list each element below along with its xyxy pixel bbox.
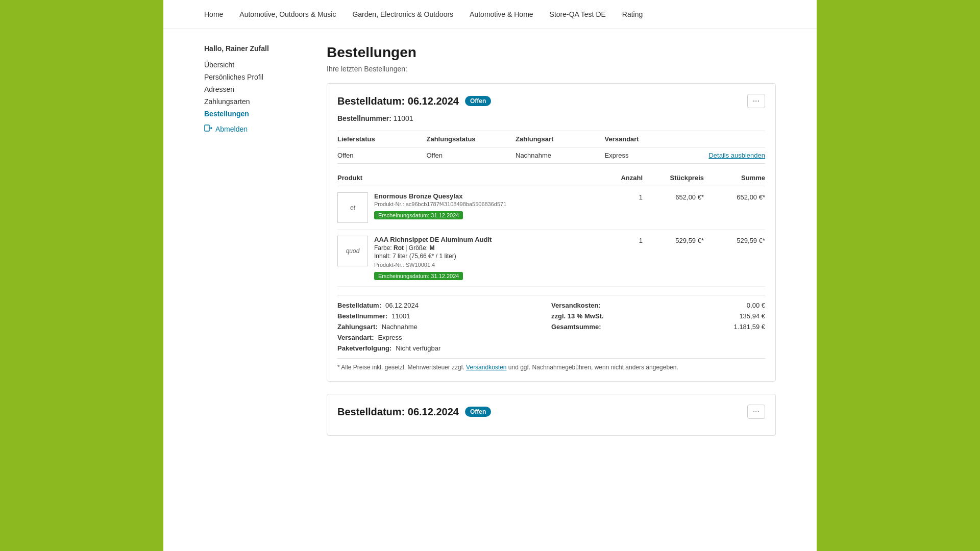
summary-value-paketverfolgung: Nicht verfügbar bbox=[396, 344, 440, 352]
main-content: Bestellungen Ihre letzten Bestellungen: … bbox=[327, 44, 776, 448]
status-table-row: Offen Offen Nachnahme Express Details au… bbox=[337, 147, 765, 164]
product-stueckpreis-2: 529,59 €* bbox=[643, 236, 704, 244]
nav-item-store-qa[interactable]: Store-QA Test DE bbox=[550, 10, 606, 18]
products-section: Produkt Anzahl Stückpreis Summe et Enorm… bbox=[337, 170, 765, 287]
summary-value-bestellnummer: 11001 bbox=[391, 312, 410, 320]
page-subtitle: Ihre letzten Bestellungen: bbox=[327, 65, 776, 73]
order-date-title-2: Bestelldatum: 06.12.2024 bbox=[337, 406, 459, 418]
products-header: Produkt Anzahl Stückpreis Summe bbox=[337, 170, 765, 186]
order-number-row: Bestellnummer: 11001 bbox=[337, 114, 765, 122]
status-zahlungsart: Nachnahme bbox=[516, 152, 605, 159]
summary-bestellnummer: Bestellnummer: 11001 bbox=[337, 312, 551, 320]
product-info-1: et Enormous Bronze Quesylax Produkt-Nr.:… bbox=[337, 192, 602, 223]
product-thumbnail-2: quod bbox=[337, 236, 368, 266]
versandkosten-link[interactable]: Versandkosten bbox=[466, 364, 506, 371]
sidebar: Hallo, Rainer Zufall Übersicht Persönlic… bbox=[204, 44, 306, 448]
order-options-button-2[interactable]: ··· bbox=[747, 405, 765, 419]
details-hide-button[interactable]: Details ausblenden bbox=[708, 152, 765, 159]
summary-bestelldatum: Bestelldatum: 06.12.2024 bbox=[337, 302, 551, 309]
order-number-label: Bestellnummer: bbox=[337, 114, 391, 122]
status-zahlungsstatus: Offen bbox=[427, 152, 516, 159]
order-header-left-2: Bestelldatum: 06.12.2024 Offen bbox=[337, 406, 491, 418]
product-name-1: Enormous Bronze Quesylax bbox=[374, 192, 602, 200]
col-header-anzahl: Anzahl bbox=[602, 174, 643, 182]
status-versandart: Express bbox=[605, 152, 694, 159]
summary-label-gesamtsumme: Gesamtsumme: bbox=[551, 323, 601, 331]
summary-gesamtsumme: Gesamtsumme: 1.181,59 € bbox=[551, 323, 765, 331]
nav-item-automotive-home[interactable]: Automotive & Home bbox=[470, 10, 533, 18]
product-anzahl-2: 1 bbox=[602, 236, 643, 244]
order-summary: Bestelldatum: 06.12.2024 Bestellnummer: … bbox=[337, 295, 765, 352]
order-status-badge: Offen bbox=[465, 96, 491, 106]
nav-item-rating[interactable]: Rating bbox=[622, 10, 643, 18]
order-card-1: Bestelldatum: 06.12.2024 Offen ··· Beste… bbox=[327, 83, 776, 382]
product-nr-1: Produkt-Nr.: ac96bcb1787f43108498ba55068… bbox=[374, 201, 602, 207]
summary-paketverfolgung: Paketverfolgung: Nicht verfügbar bbox=[337, 344, 551, 352]
order-header-1: Bestelldatum: 06.12.2024 Offen ··· bbox=[337, 94, 765, 108]
product-anzahl-1: 1 bbox=[602, 192, 643, 201]
logout-section[interactable]: Abmelden bbox=[204, 124, 306, 134]
summary-versandkosten: Versandkosten: 0,00 € bbox=[551, 302, 765, 309]
summary-value-zahlungsart: Nachnahme bbox=[382, 323, 418, 331]
summary-zahlungsart: Zahlungsart: Nachnahme bbox=[337, 323, 551, 331]
summary-label-bestellnummer: Bestellnummer: bbox=[337, 312, 387, 320]
product-details-2: AAA Richnsippet DE Aluminum Audit Farbe:… bbox=[374, 236, 602, 280]
sidebar-item-zahlungsarten[interactable]: Zahlungsarten bbox=[204, 97, 306, 106]
summary-value-bestelldatum: 06.12.2024 bbox=[385, 302, 419, 309]
sidebar-item-profil[interactable]: Persönliches Profil bbox=[204, 73, 306, 81]
order-date-title: Bestelldatum: 06.12.2024 bbox=[337, 95, 459, 107]
sidebar-item-bestellungen[interactable]: Bestellungen bbox=[204, 110, 306, 118]
summary-value-gesamtsumme: 1.181,59 € bbox=[734, 323, 765, 331]
order-header-2: Bestelldatum: 06.12.2024 Offen ··· bbox=[337, 405, 765, 419]
logout-icon bbox=[204, 124, 212, 134]
product-date-badge-2: Erscheinungsdatum: 31.12.2024 bbox=[374, 272, 463, 280]
status-lieferstatus: Offen bbox=[337, 152, 427, 159]
product-inhalt-2: Inhalt: 7 liter (75,66 €* / 1 liter) bbox=[374, 253, 602, 260]
order-status-table: Lieferstatus Zahlungsstatus Zahlungsart … bbox=[337, 131, 765, 164]
status-header-versandart: Versandart bbox=[605, 135, 694, 143]
status-table-header: Lieferstatus Zahlungsstatus Zahlungsart … bbox=[337, 131, 765, 147]
order-card-2: Bestelldatum: 06.12.2024 Offen ··· bbox=[327, 394, 776, 436]
svg-rect-0 bbox=[205, 125, 209, 131]
nav-item-automotive-outdoors-music[interactable]: Automotive, Outdoors & Music bbox=[239, 10, 336, 18]
col-header-summe: Summe bbox=[704, 174, 765, 182]
sidebar-greeting: Hallo, Rainer Zufall bbox=[204, 44, 306, 53]
status-header-lieferstatus: Lieferstatus bbox=[337, 135, 427, 143]
summary-label-versandkosten: Versandkosten: bbox=[551, 302, 601, 309]
product-row-2: quod AAA Richnsippet DE Aluminum Audit F… bbox=[337, 230, 765, 287]
summary-value-versandart: Express bbox=[378, 334, 402, 341]
logout-link[interactable]: Abmelden bbox=[215, 125, 248, 133]
summary-label-zahlungsart: Zahlungsart: bbox=[337, 323, 378, 331]
summary-mwst: zzgl. 13 % MwSt. 135,94 € bbox=[551, 312, 765, 320]
col-header-produkt: Produkt bbox=[337, 174, 602, 182]
product-summe-2: 529,59 €* bbox=[704, 236, 765, 244]
status-header-zahlungsart: Zahlungsart bbox=[516, 135, 605, 143]
nav-item-home[interactable]: Home bbox=[204, 10, 223, 18]
product-row-1: et Enormous Bronze Quesylax Produkt-Nr.:… bbox=[337, 186, 765, 230]
summary-label-paketverfolgung: Paketverfolgung: bbox=[337, 344, 391, 352]
status-header-zahlungsstatus: Zahlungsstatus bbox=[427, 135, 516, 143]
col-header-stueckpreis: Stückpreis bbox=[643, 174, 704, 182]
summary-value-versandkosten: 0,00 € bbox=[747, 302, 765, 309]
summary-left: Bestelldatum: 06.12.2024 Bestellnummer: … bbox=[337, 302, 551, 352]
top-navigation: Home Automotive, Outdoors & Music Garden… bbox=[163, 0, 817, 29]
product-thumbnail-1: et bbox=[337, 192, 368, 223]
nav-item-garden-electronics-outdoors[interactable]: Garden, Electronics & Outdoors bbox=[352, 10, 453, 18]
order-footnote: * Alle Preise inkl. gesetzl. Mehrwertste… bbox=[337, 358, 765, 371]
sidebar-item-adressen[interactable]: Adressen bbox=[204, 85, 306, 93]
product-summe-1: 652,00 €* bbox=[704, 192, 765, 201]
order-options-button[interactable]: ··· bbox=[747, 94, 765, 108]
summary-label-mwst: zzgl. 13 % MwSt. bbox=[551, 312, 604, 320]
page-title: Bestellungen bbox=[327, 44, 776, 61]
product-stueckpreis-1: 652,00 €* bbox=[643, 192, 704, 201]
summary-versandart: Versandart: Express bbox=[337, 334, 551, 341]
order-header-left: Bestelldatum: 06.12.2024 Offen bbox=[337, 95, 491, 107]
product-info-2: quod AAA Richnsippet DE Aluminum Audit F… bbox=[337, 236, 602, 280]
summary-label-versandart: Versandart: bbox=[337, 334, 374, 341]
sidebar-item-ubersicht[interactable]: Übersicht bbox=[204, 61, 306, 69]
product-nr-2: Produkt-Nr.: SW10001.4 bbox=[374, 262, 602, 268]
product-details-1: Enormous Bronze Quesylax Produkt-Nr.: ac… bbox=[374, 192, 602, 219]
order-number-value: 11001 bbox=[394, 114, 413, 122]
summary-right: Versandkosten: 0,00 € zzgl. 13 % MwSt. 1… bbox=[551, 302, 765, 352]
product-farbe-groesse-2: Farbe: Rot | Größe: M bbox=[374, 244, 602, 252]
